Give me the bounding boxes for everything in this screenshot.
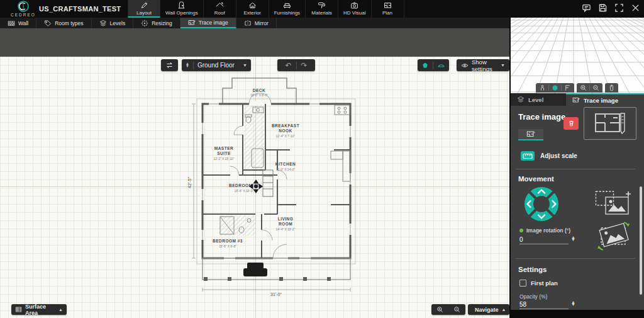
tool-mirror[interactable]: Mirror bbox=[236, 18, 277, 28]
tool-room-types[interactable]: Room types bbox=[36, 18, 91, 28]
room-label: ROOM bbox=[279, 222, 292, 226]
tool-resizing[interactable]: Resizing bbox=[133, 18, 180, 28]
fullscreen-icon[interactable] bbox=[614, 3, 624, 13]
divider bbox=[516, 169, 635, 169]
undo-button[interactable]: ↶ bbox=[280, 61, 296, 70]
plan-height-dim: 42'-5" bbox=[187, 177, 192, 188]
tool-label: Resizing bbox=[152, 20, 172, 26]
show-settings-label: Show settings bbox=[472, 59, 497, 72]
view-display-group bbox=[418, 59, 449, 71]
navigate-button[interactable]: Navigate ▲ bbox=[468, 304, 509, 315]
tab-label: Exterior bbox=[243, 10, 261, 16]
room-label: BREAKFAST bbox=[272, 123, 299, 128]
room-dims: 15'-6" X 10'-0" bbox=[235, 190, 254, 193]
app-logo: CEDREO bbox=[5, 1, 42, 17]
undo-redo-group: ↶ ↷ bbox=[277, 59, 315, 71]
viewport-3d[interactable] bbox=[511, 18, 644, 93]
panel-tab-trace-image[interactable]: Trace image bbox=[566, 93, 644, 106]
walk-mode-icon[interactable] bbox=[538, 83, 547, 93]
room-label: KITCHEN bbox=[275, 162, 296, 166]
swap-view-button[interactable] bbox=[161, 59, 178, 71]
adjust-scale-button[interactable]: Adjust scale bbox=[521, 151, 577, 161]
tab-layout[interactable]: Layout bbox=[128, 0, 160, 18]
trace-image-icon bbox=[572, 96, 580, 104]
chevron-up-icon: ▲ bbox=[502, 307, 506, 312]
image-rotation-row: Image rotation (°) bbox=[519, 227, 570, 234]
zoom-out-button[interactable] bbox=[453, 306, 460, 313]
tool-label: Levels bbox=[110, 20, 126, 26]
room-label: SUITE bbox=[217, 151, 231, 156]
tab-plan[interactable]: Plan bbox=[372, 0, 404, 18]
top-bar: CEDREO US_CRAFTSMAN_TEST Layout Wall Ope… bbox=[0, 0, 644, 18]
redo-button[interactable]: ↷ bbox=[297, 61, 312, 70]
compass-view-icon[interactable] bbox=[418, 59, 433, 71]
floor-stepper[interactable]: ▲▼ bbox=[182, 59, 193, 71]
mouse-help-icon[interactable] bbox=[607, 83, 616, 93]
move-image-icon[interactable] bbox=[595, 189, 631, 218]
brand-name: CEDREO bbox=[5, 13, 42, 17]
surface-area-button[interactable]: Surface Area ▲ bbox=[11, 304, 67, 315]
project-title: US_CRAFTSMAN_TEST bbox=[39, 5, 121, 13]
tab-furnishings[interactable]: Furnishings bbox=[269, 0, 306, 18]
tab-materials[interactable]: Materials bbox=[306, 0, 338, 18]
save-icon[interactable] bbox=[598, 3, 608, 13]
floor-selector[interactable]: ▲▼ Ground Floor ▼ bbox=[182, 59, 251, 71]
viewport-3d-toolbar bbox=[536, 83, 618, 93]
plan-width-dim: 31'-0" bbox=[270, 292, 282, 297]
layers-icon bbox=[99, 20, 107, 27]
sofa-icon bbox=[283, 1, 291, 9]
rotation-status-dot bbox=[519, 229, 523, 232]
room-label: NOOK bbox=[279, 128, 292, 133]
tab-exterior[interactable]: Exterior bbox=[236, 0, 269, 18]
delete-trace-button[interactable] bbox=[564, 117, 579, 130]
tab-hd-visual[interactable]: HD Visual bbox=[338, 0, 371, 18]
paint-roller-icon bbox=[318, 1, 326, 9]
tab-roof[interactable]: Roof bbox=[204, 0, 236, 18]
opacity-input[interactable] bbox=[519, 300, 569, 309]
perspective-grid bbox=[511, 18, 644, 93]
navigate-label: Navigate bbox=[475, 307, 499, 313]
trace-image-icon bbox=[188, 19, 196, 26]
tool-wall[interactable]: Wall bbox=[0, 18, 36, 28]
panel-scrollbar[interactable] bbox=[640, 186, 642, 295]
move-dpad[interactable] bbox=[523, 186, 560, 222]
tool-trace-image[interactable]: Trace image bbox=[180, 18, 236, 28]
tool-levels[interactable]: Levels bbox=[92, 18, 134, 28]
image-rotation-stepper[interactable]: ▲▼ bbox=[571, 236, 575, 241]
aerial-mode-icon[interactable] bbox=[550, 83, 560, 93]
zoom-in-icon bbox=[436, 306, 443, 313]
house-icon bbox=[248, 1, 257, 9]
tab-label: Layout bbox=[136, 10, 152, 16]
chevron-down-icon[interactable]: ▼ bbox=[243, 63, 251, 67]
tab-label: Furnishings bbox=[274, 10, 300, 16]
wall-view-icon[interactable] bbox=[563, 83, 572, 93]
adjust-scale-label: Adjust scale bbox=[540, 152, 577, 159]
first-plan-checkbox[interactable] bbox=[519, 280, 526, 287]
first-plan-row: First plan bbox=[519, 280, 558, 287]
roof-view-icon[interactable] bbox=[433, 59, 449, 71]
panel-tab-level[interactable]: Level bbox=[511, 93, 566, 106]
surface-area-label: Surface Area bbox=[25, 304, 55, 316]
zoom-in-3d-icon[interactable] bbox=[579, 83, 588, 93]
zoom-controls bbox=[431, 304, 465, 315]
room-label: DECK bbox=[253, 88, 265, 93]
floor-plan-trace[interactable]: 42'-5" 31'-0" DECK 18'-0" X 8'-0" MASTER… bbox=[186, 69, 356, 307]
tool-label: Mirror bbox=[255, 20, 269, 26]
tool-label: Trace image bbox=[199, 20, 228, 26]
trace-image-large-icon bbox=[594, 111, 626, 136]
tab-wall-openings[interactable]: Wall Openings bbox=[160, 0, 204, 18]
comment-icon[interactable] bbox=[582, 3, 591, 13]
floor-selector-value: Ground Floor bbox=[194, 62, 243, 69]
rotate-image-icon[interactable] bbox=[594, 218, 634, 254]
main-tabs: Layout Wall Openings Roof Exterior Furni… bbox=[128, 0, 404, 18]
trace-image-subtab[interactable] bbox=[518, 129, 543, 140]
opacity-stepper[interactable]: ▲▼ bbox=[571, 301, 575, 306]
image-rotation-input[interactable] bbox=[519, 236, 569, 244]
ribbon-extension-band bbox=[0, 28, 509, 57]
show-settings-button[interactable]: Show settings ▼ bbox=[457, 59, 509, 71]
zoom-in-button[interactable] bbox=[436, 306, 443, 313]
close-icon[interactable] bbox=[631, 3, 640, 13]
trace-image-thumbnail[interactable] bbox=[584, 107, 636, 140]
zoom-out-3d-icon[interactable] bbox=[591, 83, 601, 93]
plan-canvas[interactable]: 42'-5" 31'-0" DECK 18'-0" X 8'-0" MASTER… bbox=[0, 57, 509, 318]
